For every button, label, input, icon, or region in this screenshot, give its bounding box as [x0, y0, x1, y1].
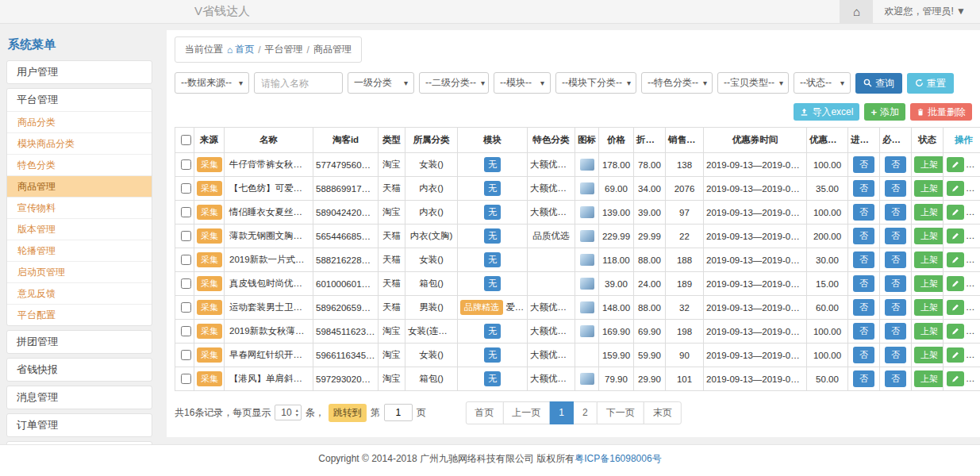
import-select-button[interactable]: 否	[853, 251, 874, 268]
edit-button[interactable]	[947, 371, 964, 386]
must-buy-button[interactable]: 否	[885, 275, 906, 292]
page-button[interactable]: 1	[549, 401, 574, 424]
reset-button[interactable]: 重置	[907, 73, 954, 94]
sidebar-subitem[interactable]: 特色分类	[7, 154, 152, 175]
status-button[interactable]: 上架	[914, 299, 943, 316]
status-button[interactable]: 上架	[914, 323, 943, 340]
status-button[interactable]: 上架	[914, 180, 943, 197]
sidebar-subitem[interactable]: 商品管理	[7, 175, 152, 197]
icp-link[interactable]: 粤ICP备16098006号	[575, 453, 661, 464]
sidebar-subitem[interactable]: 轮播管理	[7, 240, 152, 261]
page-number-input[interactable]	[384, 404, 413, 421]
select-all-checkbox[interactable]	[181, 135, 191, 145]
filter-select[interactable]: --宝贝类型--▾	[717, 72, 789, 94]
jump-button[interactable]: 跳转到	[329, 404, 367, 422]
user-menu[interactable]: 欢迎您，管理员! ▼	[873, 5, 980, 18]
row-checkbox[interactable]	[181, 231, 191, 241]
sidebar-subitem[interactable]: 意见反馈	[7, 282, 152, 304]
breadcrumb-home-link[interactable]: ⌂ 首页	[227, 43, 254, 56]
import-select-button[interactable]: 否	[853, 370, 874, 387]
row-checkbox[interactable]	[181, 350, 191, 360]
edit-button[interactable]	[947, 347, 964, 363]
row-checkbox[interactable]	[181, 207, 191, 217]
import-select-button[interactable]: 否	[853, 156, 874, 173]
status-button[interactable]: 上架	[914, 251, 943, 268]
sidebar-subitem[interactable]: 模块商品分类	[7, 132, 152, 154]
import-select-button[interactable]: 否	[853, 347, 874, 363]
search-button[interactable]: 查询	[855, 73, 902, 94]
filter-select[interactable]: --二级分类--▾	[419, 72, 489, 94]
page-button[interactable]: 下一页	[597, 401, 644, 424]
per-page-input[interactable]: 10 ▴▾	[275, 405, 301, 420]
edit-button[interactable]	[947, 252, 964, 267]
must-buy-button[interactable]: 否	[885, 251, 906, 268]
edit-button[interactable]	[947, 276, 964, 291]
import-select-button[interactable]: 否	[853, 323, 874, 340]
must-buy-button[interactable]: 否	[885, 299, 906, 316]
row-checkbox[interactable]	[181, 278, 191, 289]
sidebar-subitem[interactable]: 版本管理	[7, 218, 152, 240]
filter-select[interactable]: --特色分类--▾	[641, 72, 713, 94]
coupon-amount: 100.00	[807, 344, 848, 367]
import-select-button[interactable]: 否	[853, 180, 874, 197]
must-buy-button[interactable]: 否	[885, 370, 906, 387]
page-button[interactable]: 2	[573, 401, 598, 424]
row-checkbox[interactable]	[181, 326, 191, 336]
sidebar-subitem[interactable]: 宣传物料	[7, 197, 152, 218]
batch-delete-button[interactable]: 批量删除	[910, 103, 972, 121]
module-cell: 无	[458, 153, 528, 177]
operations-cell	[943, 201, 980, 225]
row-checkbox[interactable]	[181, 255, 191, 265]
sidebar-item[interactable]: 拼团管理	[7, 331, 152, 353]
sidebar-item[interactable]: 平台管理	[7, 89, 152, 111]
status-button[interactable]: 上架	[914, 156, 943, 173]
sidebar-item[interactable]: 省钱快报	[7, 359, 152, 381]
must-buy-button[interactable]: 否	[885, 347, 906, 363]
edit-button[interactable]	[947, 157, 964, 172]
row-checkbox[interactable]	[181, 374, 191, 384]
edit-button[interactable]	[947, 300, 964, 315]
filter-select[interactable]: --数据来源--▾	[175, 72, 249, 94]
row-checkbox[interactable]	[181, 159, 191, 170]
import-select-button[interactable]: 否	[853, 275, 874, 292]
home-button[interactable]: ⌂	[840, 0, 873, 23]
import-excel-button[interactable]: 导入excel	[794, 103, 859, 121]
row-checkbox[interactable]	[181, 302, 191, 313]
name-search-input[interactable]	[254, 72, 343, 94]
status-button[interactable]: 上架	[914, 370, 943, 387]
add-button[interactable]: + 添加	[864, 103, 905, 121]
edit-button[interactable]	[947, 324, 964, 339]
page-button[interactable]: 上一页	[502, 401, 550, 424]
status-button[interactable]: 上架	[914, 347, 943, 363]
coupon-amount: 35.00	[807, 177, 848, 201]
filter-select[interactable]: --模块--▾	[494, 72, 551, 94]
filter-select[interactable]: --状态--▾	[794, 72, 851, 94]
status-button[interactable]: 上架	[914, 204, 943, 221]
import-select-button[interactable]: 否	[853, 204, 874, 221]
status-button[interactable]: 上架	[914, 228, 943, 244]
product-thumbnail	[580, 254, 594, 266]
must-buy-button[interactable]: 否	[885, 228, 906, 244]
sidebar-item[interactable]: 订单管理	[7, 414, 152, 436]
edit-button[interactable]	[947, 181, 964, 196]
import-select-button[interactable]: 否	[853, 299, 874, 316]
must-buy-button[interactable]: 否	[885, 323, 906, 340]
must-buy-button[interactable]: 否	[885, 180, 906, 197]
import-select-button[interactable]: 否	[853, 228, 874, 244]
filter-select[interactable]: --模块下分类--▾	[555, 72, 636, 94]
must-buy-button[interactable]: 否	[885, 204, 906, 221]
sidebar-subitem[interactable]: 商品分类	[7, 111, 152, 132]
status-button[interactable]: 上架	[914, 275, 943, 292]
page-button[interactable]: 首页	[465, 401, 503, 424]
sidebar-item[interactable]: 用户管理	[7, 61, 152, 83]
coupon-amount: 100.00	[807, 153, 848, 177]
filter-select[interactable]: 一级分类▾	[348, 72, 414, 94]
must-buy-button[interactable]: 否	[885, 156, 906, 173]
sidebar-item[interactable]: 消息管理	[7, 386, 152, 409]
sidebar-subitem[interactable]: 启动页管理	[7, 261, 152, 282]
row-checkbox[interactable]	[181, 183, 191, 194]
sidebar-subitem[interactable]: 平台配置	[7, 304, 152, 325]
page-button[interactable]: 末页	[644, 401, 682, 424]
edit-button[interactable]	[947, 228, 964, 244]
edit-button[interactable]	[947, 205, 964, 220]
